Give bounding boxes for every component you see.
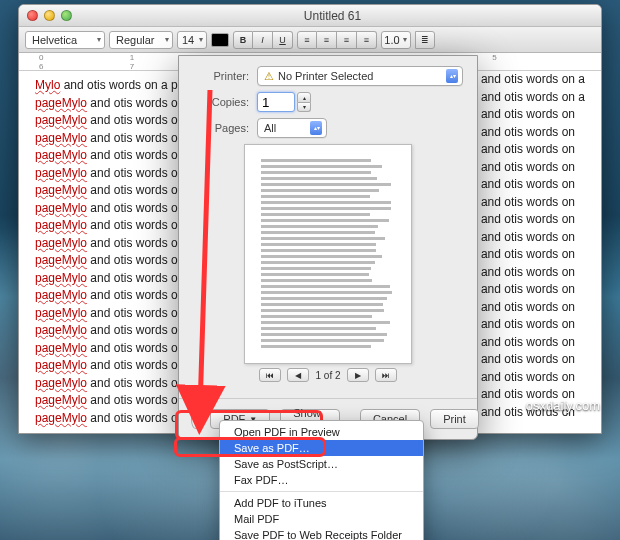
print-dialog: Printer: ⚠ No Printer Selected Copies: ▴…	[178, 55, 478, 440]
menu-separator	[220, 491, 423, 492]
print-button[interactable]: Print	[430, 409, 479, 429]
warning-icon: ⚠	[264, 70, 274, 83]
pdf-menu-item[interactable]: Save as PDF…	[220, 440, 423, 456]
print-preview	[244, 144, 412, 364]
titlebar[interactable]: Untitled 61	[19, 5, 601, 27]
font-size-select[interactable]: 14	[177, 31, 207, 49]
copies-input[interactable]	[257, 92, 295, 112]
list-button[interactable]: ≣	[415, 31, 435, 49]
close-icon[interactable]	[27, 10, 38, 21]
last-page-button[interactable]: ⏭	[375, 368, 397, 382]
italic-button[interactable]: I	[253, 31, 273, 49]
page-indicator: 1 of 2	[315, 370, 340, 381]
zoom-icon[interactable]	[61, 10, 72, 21]
text-color-swatch[interactable]	[211, 33, 229, 47]
pdf-menu-item[interactable]: Save PDF to Web Receipts Folder	[220, 527, 423, 540]
pdf-menu-item[interactable]: Save as PostScript…	[220, 456, 423, 472]
pdf-menu-item[interactable]: Add PDF to iTunes	[220, 495, 423, 511]
align-segment: ≡ ≡ ≡ ≡	[297, 31, 377, 49]
align-justify-icon[interactable]: ≡	[357, 31, 377, 49]
first-page-button[interactable]: ⏮	[259, 368, 281, 382]
bold-button[interactable]: B	[233, 31, 253, 49]
copies-stepper[interactable]: ▴▾	[297, 92, 311, 112]
watermark: osxdaily.com	[526, 398, 600, 413]
pages-label: Pages:	[193, 122, 249, 134]
font-family-select[interactable]: Helvetica	[25, 31, 105, 49]
underline-button[interactable]: U	[273, 31, 293, 49]
format-toolbar: Helvetica Regular 14 B I U ≡ ≡ ≡ ≡ 1.0 ≣	[19, 27, 601, 53]
align-left-icon[interactable]: ≡	[297, 31, 317, 49]
copies-label: Copies:	[193, 96, 249, 108]
text-style-segment: B I U	[233, 31, 293, 49]
traffic-lights	[27, 10, 72, 21]
printer-select[interactable]: ⚠ No Printer Selected	[257, 66, 463, 86]
printer-label: Printer:	[193, 70, 249, 82]
minimize-icon[interactable]	[44, 10, 55, 21]
next-page-button[interactable]: ▶	[347, 368, 369, 382]
pdf-menu: Open PDF in PreviewSave as PDF…Save as P…	[219, 420, 424, 540]
pdf-menu-item[interactable]: Fax PDF…	[220, 472, 423, 488]
page-navigator: ⏮ ◀ 1 of 2 ▶ ⏭	[193, 368, 463, 382]
window-title: Untitled 61	[72, 9, 593, 23]
align-right-icon[interactable]: ≡	[337, 31, 357, 49]
font-style-select[interactable]: Regular	[109, 31, 173, 49]
pdf-menu-item[interactable]: Mail PDF	[220, 511, 423, 527]
help-button[interactable]: ?	[191, 409, 200, 429]
list-segment: ≣	[415, 31, 435, 49]
prev-page-button[interactable]: ◀	[287, 368, 309, 382]
pages-select[interactable]: All	[257, 118, 327, 138]
align-center-icon[interactable]: ≡	[317, 31, 337, 49]
pdf-menu-item[interactable]: Open PDF in Preview	[220, 424, 423, 440]
line-spacing-select[interactable]: 1.0	[381, 31, 411, 49]
